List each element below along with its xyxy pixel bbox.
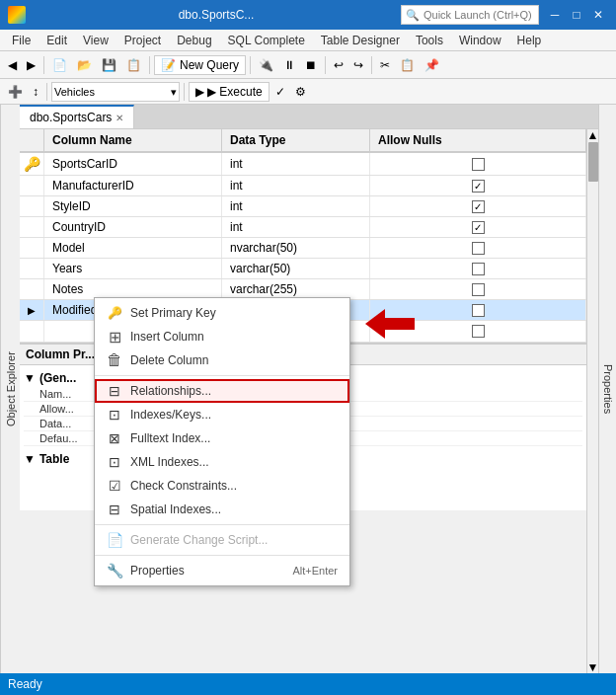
back-button[interactable]: ◀ — [4, 54, 21, 76]
stop-button[interactable]: ⏹ — [301, 54, 321, 76]
paste-button[interactable]: 📌 — [421, 54, 443, 76]
scroll-down-button[interactable]: ▼ — [587, 661, 598, 673]
ctx-properties[interactable]: 🔧 Properties Alt+Enter — [95, 559, 349, 582]
menu-bar: File Edit View Project Debug SQL Complet… — [0, 30, 616, 51]
menu-tools[interactable]: Tools — [408, 32, 451, 49]
undo-button[interactable]: ↩ — [330, 54, 347, 76]
check-syntax-button[interactable]: ✓ — [271, 81, 289, 103]
ctx-delete-column[interactable]: 🗑 Delete Column — [95, 348, 349, 372]
object-explorer-label: Object Explorer — [5, 351, 17, 426]
quick-launch-search[interactable]: 🔍 — [401, 5, 539, 25]
null-checkbox[interactable] — [472, 283, 485, 296]
ctx-insert-column[interactable]: ⊞ Insert Column — [95, 325, 349, 348]
separator-7 — [184, 83, 185, 101]
parse-button[interactable]: ⚙ — [291, 81, 310, 103]
null-checkbox[interactable] — [472, 242, 485, 255]
add-row-button[interactable]: ➕ — [4, 81, 27, 103]
row-marker — [20, 238, 44, 258]
null-checkbox[interactable] — [472, 180, 485, 193]
pause-button[interactable]: ⏸ — [279, 54, 299, 76]
allow-nulls-cell[interactable] — [370, 196, 586, 216]
table-row[interactable]: Model nvarchar(50) — [20, 238, 586, 259]
ctx-separator-2 — [95, 524, 349, 525]
table-row[interactable]: ManufacturerID int — [20, 176, 586, 196]
menu-sql-complete[interactable]: SQL Complete — [220, 32, 313, 49]
allow-nulls-cell[interactable] — [370, 279, 586, 299]
execute-button[interactable]: ▶ ▶ Execute — [189, 82, 270, 102]
allow-nulls-cell[interactable] — [370, 217, 586, 237]
col-name[interactable]: SportsCarID — [44, 153, 222, 175]
scroll-thumb[interactable] — [588, 142, 598, 182]
maximize-button[interactable]: □ — [567, 5, 586, 25]
data-type[interactable]: int — [222, 196, 370, 216]
ctx-spatial-indexes[interactable]: ⊟ Spatial Indexes... — [95, 498, 349, 521]
menu-window[interactable]: Window — [451, 32, 509, 49]
col-name[interactable]: ManufacturerID — [44, 176, 222, 195]
redo-button[interactable]: ↪ — [349, 54, 367, 76]
null-checkbox[interactable] — [472, 158, 485, 171]
ctx-set-primary-key[interactable]: 🔑 Set Primary Key — [95, 301, 349, 325]
menu-file[interactable]: File — [4, 32, 38, 49]
null-checkbox[interactable] — [472, 263, 485, 275]
col-name[interactable]: Years — [44, 259, 222, 278]
ctx-indexes-keys[interactable]: ⊡ Indexes/Keys... — [95, 403, 349, 426]
ctx-set-primary-key-label: Set Primary Key — [130, 306, 338, 320]
null-checkbox[interactable] — [472, 304, 485, 317]
col-name[interactable]: Notes — [44, 279, 222, 299]
col-name[interactable]: CountryID — [44, 217, 222, 237]
ctx-separator-3 — [95, 555, 349, 556]
table-row[interactable]: 🔑 SportsCarID int — [20, 153, 586, 176]
menu-project[interactable]: Project — [116, 32, 169, 49]
separator-5 — [371, 56, 372, 74]
menu-edit[interactable]: Edit — [38, 32, 75, 49]
save-button[interactable]: 💾 — [98, 54, 120, 76]
cut-button[interactable]: ✂ — [376, 54, 394, 76]
menu-view[interactable]: View — [75, 32, 116, 49]
connect-button[interactable]: 🔌 — [255, 54, 277, 76]
ctx-relationships[interactable]: ⊟ Relationships... — [95, 379, 349, 403]
properties-sidebar[interactable]: Properties — [598, 105, 616, 673]
data-type[interactable]: nvarchar(50) — [222, 238, 370, 258]
ctx-check-constraints[interactable]: ☑ Check Constraints... — [95, 474, 349, 498]
quick-launch-input[interactable] — [424, 9, 534, 21]
data-type[interactable]: varchar(50) — [222, 259, 370, 278]
new-query-label: New Query — [180, 58, 239, 72]
null-checkbox[interactable] — [472, 325, 485, 338]
col-name[interactable]: Model — [44, 238, 222, 258]
null-checkbox[interactable] — [472, 221, 485, 234]
table-designer-tab[interactable]: dbo.SportsCars ✕ — [20, 105, 134, 128]
allow-nulls-cell[interactable] — [370, 153, 586, 175]
tab-close-button[interactable]: ✕ — [116, 113, 123, 123]
table-row[interactable]: Years varchar(50) — [20, 259, 586, 279]
allow-nulls-cell[interactable] — [370, 238, 586, 258]
forward-button[interactable]: ▶ — [23, 54, 39, 76]
menu-debug[interactable]: Debug — [169, 32, 219, 49]
table-row[interactable]: CountryID int — [20, 217, 586, 238]
close-button[interactable]: ✕ — [588, 5, 608, 25]
scroll-up-button[interactable]: ▲ — [587, 129, 598, 141]
data-type[interactable]: int — [222, 153, 370, 175]
col-name[interactable]: StyleID — [44, 196, 222, 216]
copy-button[interactable]: 📋 — [396, 54, 419, 76]
data-type[interactable]: int — [222, 176, 370, 195]
allow-nulls-cell[interactable] — [370, 176, 586, 195]
data-type[interactable]: int — [222, 217, 370, 237]
header-marker — [20, 129, 44, 151]
menu-help[interactable]: Help — [509, 32, 550, 49]
database-dropdown[interactable]: Vehicles ▾ — [51, 82, 180, 102]
new-query-button[interactable]: 📝 New Query — [154, 55, 246, 75]
null-checkbox[interactable] — [472, 200, 485, 213]
open-button[interactable]: 📂 — [73, 54, 96, 76]
save-all-button[interactable]: 📋 — [122, 54, 145, 76]
new-file-button[interactable]: 📄 — [48, 54, 71, 76]
data-type[interactable]: varchar(255) — [222, 279, 370, 299]
object-explorer-sidebar[interactable]: Object Explorer — [0, 105, 20, 673]
table-row[interactable]: StyleID int — [20, 196, 586, 217]
minimize-button[interactable]: ─ — [545, 5, 565, 25]
allow-nulls-cell[interactable] — [370, 259, 586, 278]
menu-table-designer[interactable]: Table Designer — [313, 32, 408, 49]
ctx-xml-indexes[interactable]: ⊡ XML Indexes... — [95, 450, 349, 474]
vertical-scrollbar[interactable]: ▲ ▼ — [586, 129, 598, 673]
sort-button[interactable]: ↕ — [29, 81, 42, 103]
ctx-fulltext-index[interactable]: ⊠ Fulltext Index... — [95, 426, 349, 450]
